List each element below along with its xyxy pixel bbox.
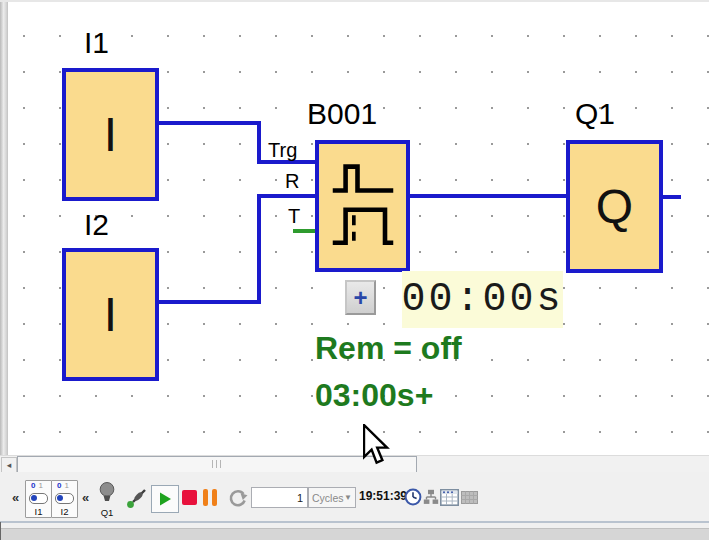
pin-label-r: R (285, 171, 299, 191)
wire-i2-up (257, 194, 261, 304)
cycles-unit-dropdown[interactable]: Cycles ▼ (308, 487, 356, 508)
plus-icon: + (353, 286, 367, 310)
toggle-knob-i1 (31, 495, 37, 501)
keypad-grid-icon (461, 491, 478, 504)
block-label-i2: I2 (84, 210, 109, 240)
block-letter-i2: I (104, 291, 117, 339)
block-label-i1: I1 (84, 28, 109, 58)
switch-label-i1: I1 (35, 507, 43, 517)
wire-i2-out (151, 300, 261, 304)
simulation-clock-time: 19:51:39 (359, 490, 407, 502)
timer-block-b001[interactable] (315, 140, 410, 272)
status-bar-edge (0, 522, 1, 540)
left-pane-edge (0, 2, 8, 455)
collapse-inputs-icon[interactable]: « (12, 491, 19, 504)
input-block-i1[interactable]: I (62, 68, 159, 201)
pause-bar-2[interactable] (212, 489, 217, 506)
input-switch-i1[interactable]: 01 I1 (25, 480, 52, 518)
cycles-count-input[interactable] (251, 487, 308, 508)
chevron-down-icon: ▼ (344, 493, 352, 502)
expand-parameter-button[interactable]: + (345, 280, 376, 315)
wire-b001-q1 (402, 194, 566, 198)
output-lamp-q1: Q1 (96, 481, 118, 518)
delay-time-annotation: 03:00s+ (315, 379, 433, 411)
wire-t-stub (293, 229, 315, 233)
pin-label-trg: Trg (268, 140, 297, 160)
timer-waveform-icon (330, 160, 396, 252)
scroll-left-icon: ◂ (7, 460, 12, 470)
block-label-b001: B001 (307, 99, 377, 129)
toggle-knob-i2 (57, 495, 63, 501)
wire-i2-r (257, 194, 315, 198)
status-bar (0, 528, 709, 540)
probe-tool-icon[interactable] (126, 487, 148, 509)
wire-i1-down (257, 121, 261, 164)
input-block-i2[interactable]: I (62, 248, 159, 381)
block-letter-i1: I (104, 111, 117, 159)
pause-button[interactable] (203, 489, 208, 506)
input-switch-i2[interactable]: 01 I2 (51, 480, 78, 518)
toggle-pill-i1[interactable] (29, 493, 48, 504)
lightbulb-icon (98, 481, 116, 504)
collapse-outputs-icon[interactable]: « (82, 491, 89, 504)
scrollbar-thumb[interactable] (17, 456, 417, 473)
scroll-left-button[interactable]: ◂ (1, 457, 17, 473)
network-tree-icon[interactable] (423, 489, 439, 505)
wire-i1-out (151, 121, 261, 125)
block-label-q1: Q1 (575, 99, 615, 129)
timer-current-value: 00:00s (402, 271, 563, 328)
block-letter-q1: Q (596, 183, 633, 231)
play-icon (157, 491, 173, 507)
value-table-icon[interactable] (440, 489, 459, 506)
lamp-label: Q1 (96, 508, 118, 518)
output-block-q1[interactable]: Q (566, 140, 663, 273)
switch-label-i2: I2 (61, 507, 69, 517)
step-cycle-icon[interactable] (228, 488, 248, 508)
mouse-cursor (363, 424, 391, 466)
clock-icon[interactable] (404, 488, 422, 506)
stop-button[interactable] (182, 490, 197, 505)
toggle-pill-i2[interactable] (55, 493, 74, 504)
play-button[interactable] (151, 485, 179, 513)
pin-label-t: T (288, 206, 300, 226)
remanence-annotation: Rem = off (315, 332, 462, 364)
cycles-unit-label: Cycles (312, 492, 344, 504)
